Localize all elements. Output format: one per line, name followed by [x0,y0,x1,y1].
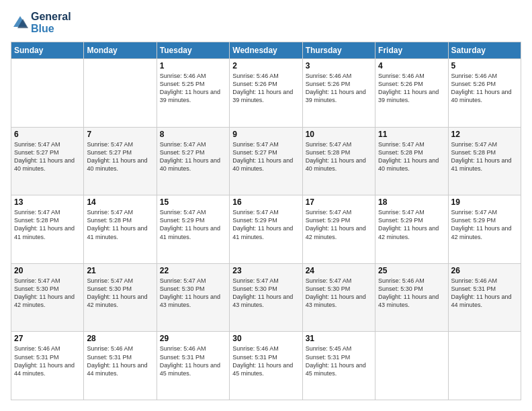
day-number: 6 [14,130,81,139]
day-number: 29 [160,334,226,343]
day-number: 20 [14,266,81,275]
calendar-cell: 17Sunrise: 5:47 AM Sunset: 5:29 PM Dayli… [302,195,375,264]
calendar-cell [11,59,84,128]
calendar-cell: 13Sunrise: 5:47 AM Sunset: 5:28 PM Dayli… [11,195,84,264]
calendar-cell: 11Sunrise: 5:47 AM Sunset: 5:28 PM Dayli… [375,127,448,195]
calendar-cell: 4Sunrise: 5:46 AM Sunset: 5:26 PM Daylig… [375,59,448,128]
calendar-cell: 31Sunrise: 5:45 AM Sunset: 5:31 PM Dayli… [302,332,375,400]
day-number: 4 [378,61,445,71]
day-info: Sunrise: 5:47 AM Sunset: 5:30 PM Dayligh… [232,277,299,310]
day-number: 25 [378,266,445,275]
calendar-week-row: 1Sunrise: 5:46 AM Sunset: 5:25 PM Daylig… [11,59,521,128]
col-header-wednesday: Wednesday [230,42,302,59]
calendar-cell: 15Sunrise: 5:47 AM Sunset: 5:29 PM Dayli… [157,195,229,264]
calendar-cell [84,59,157,128]
day-info: Sunrise: 5:47 AM Sunset: 5:30 PM Dayligh… [87,277,153,310]
day-info: Sunrise: 5:46 AM Sunset: 5:26 PM Dayligh… [306,72,372,105]
day-number: 3 [306,61,372,71]
day-number: 16 [232,197,299,207]
day-info: Sunrise: 5:46 AM Sunset: 5:31 PM Dayligh… [87,345,153,377]
day-info: Sunrise: 5:46 AM Sunset: 5:26 PM Dayligh… [232,72,299,105]
day-info: Sunrise: 5:46 AM Sunset: 5:26 PM Dayligh… [378,72,445,105]
day-number: 19 [451,197,518,207]
day-info: Sunrise: 5:47 AM Sunset: 5:27 PM Dayligh… [160,140,226,173]
calendar-cell: 5Sunrise: 5:46 AM Sunset: 5:26 PM Daylig… [448,59,521,128]
calendar-cell: 9Sunrise: 5:47 AM Sunset: 5:27 PM Daylig… [230,127,302,195]
calendar-cell: 26Sunrise: 5:46 AM Sunset: 5:31 PM Dayli… [448,263,521,332]
calendar-cell: 18Sunrise: 5:47 AM Sunset: 5:29 PM Dayli… [375,195,448,264]
calendar-cell: 7Sunrise: 5:47 AM Sunset: 5:27 PM Daylig… [84,127,157,195]
day-info: Sunrise: 5:47 AM Sunset: 5:29 PM Dayligh… [160,208,226,241]
day-number: 24 [306,266,372,275]
calendar-cell: 20Sunrise: 5:47 AM Sunset: 5:30 PM Dayli… [11,263,84,332]
calendar-cell: 30Sunrise: 5:46 AM Sunset: 5:31 PM Dayli… [230,332,302,400]
calendar-table: SundayMondayTuesdayWednesdayThursdayFrid… [11,42,521,400]
day-info: Sunrise: 5:47 AM Sunset: 5:27 PM Dayligh… [14,140,81,173]
day-number: 18 [378,197,445,207]
col-header-sunday: Sunday [11,42,84,59]
day-info: Sunrise: 5:47 AM Sunset: 5:28 PM Dayligh… [378,140,445,173]
calendar-cell: 19Sunrise: 5:47 AM Sunset: 5:29 PM Dayli… [448,195,521,264]
day-info: Sunrise: 5:47 AM Sunset: 5:29 PM Dayligh… [232,208,299,241]
day-info: Sunrise: 5:47 AM Sunset: 5:29 PM Dayligh… [306,208,372,241]
calendar-cell: 3Sunrise: 5:46 AM Sunset: 5:26 PM Daylig… [302,59,375,128]
calendar-cell [448,332,521,400]
day-info: Sunrise: 5:46 AM Sunset: 5:30 PM Dayligh… [378,277,445,310]
calendar-cell: 27Sunrise: 5:46 AM Sunset: 5:31 PM Dayli… [11,332,84,400]
day-number: 13 [14,197,81,207]
day-number: 11 [378,130,445,139]
day-number: 22 [160,266,226,275]
day-info: Sunrise: 5:47 AM Sunset: 5:27 PM Dayligh… [232,140,299,173]
day-info: Sunrise: 5:47 AM Sunset: 5:28 PM Dayligh… [87,208,153,241]
day-info: Sunrise: 5:46 AM Sunset: 5:31 PM Dayligh… [232,345,299,377]
day-info: Sunrise: 5:46 AM Sunset: 5:25 PM Dayligh… [160,72,226,105]
day-info: Sunrise: 5:47 AM Sunset: 5:29 PM Dayligh… [378,208,445,241]
day-number: 21 [87,266,153,275]
day-number: 27 [14,334,81,343]
col-header-saturday: Saturday [448,42,521,59]
calendar-header-row: SundayMondayTuesdayWednesdayThursdayFrid… [11,42,521,59]
col-header-thursday: Thursday [302,42,375,59]
day-info: Sunrise: 5:45 AM Sunset: 5:31 PM Dayligh… [306,345,372,377]
day-info: Sunrise: 5:46 AM Sunset: 5:31 PM Dayligh… [451,277,518,310]
day-info: Sunrise: 5:47 AM Sunset: 5:29 PM Dayligh… [451,208,518,241]
day-number: 9 [232,130,299,139]
day-info: Sunrise: 5:47 AM Sunset: 5:30 PM Dayligh… [306,277,372,310]
calendar-cell: 14Sunrise: 5:47 AM Sunset: 5:28 PM Dayli… [84,195,157,264]
day-number: 12 [451,130,518,139]
day-info: Sunrise: 5:47 AM Sunset: 5:28 PM Dayligh… [306,140,372,173]
day-info: Sunrise: 5:47 AM Sunset: 5:28 PM Dayligh… [14,208,81,241]
calendar-cell: 12Sunrise: 5:47 AM Sunset: 5:28 PM Dayli… [448,127,521,195]
header: General Blue [11,11,521,35]
col-header-friday: Friday [375,42,448,59]
calendar-cell: 21Sunrise: 5:47 AM Sunset: 5:30 PM Dayli… [84,263,157,332]
day-number: 26 [451,266,518,275]
calendar-cell: 28Sunrise: 5:46 AM Sunset: 5:31 PM Dayli… [84,332,157,400]
calendar-week-row: 20Sunrise: 5:47 AM Sunset: 5:30 PM Dayli… [11,263,521,332]
day-info: Sunrise: 5:47 AM Sunset: 5:28 PM Dayligh… [451,140,518,173]
day-number: 1 [160,61,226,71]
day-number: 31 [306,334,372,343]
day-number: 17 [306,197,372,207]
page: General Blue SundayMondayTuesdayWednesda… [0,0,532,411]
logo-text: General Blue [31,11,71,35]
day-number: 23 [232,266,299,275]
col-header-monday: Monday [84,42,157,59]
day-info: Sunrise: 5:47 AM Sunset: 5:30 PM Dayligh… [14,277,81,310]
calendar-cell: 8Sunrise: 5:47 AM Sunset: 5:27 PM Daylig… [157,127,229,195]
day-number: 15 [160,197,226,207]
calendar-week-row: 6Sunrise: 5:47 AM Sunset: 5:27 PM Daylig… [11,127,521,195]
day-info: Sunrise: 5:47 AM Sunset: 5:30 PM Dayligh… [160,277,226,310]
day-info: Sunrise: 5:46 AM Sunset: 5:26 PM Dayligh… [451,72,518,105]
day-info: Sunrise: 5:46 AM Sunset: 5:31 PM Dayligh… [160,345,226,377]
calendar-cell: 25Sunrise: 5:46 AM Sunset: 5:30 PM Dayli… [375,263,448,332]
calendar-cell: 6Sunrise: 5:47 AM Sunset: 5:27 PM Daylig… [11,127,84,195]
day-number: 14 [87,197,153,207]
day-info: Sunrise: 5:47 AM Sunset: 5:27 PM Dayligh… [87,140,153,173]
calendar-cell: 22Sunrise: 5:47 AM Sunset: 5:30 PM Dayli… [157,263,229,332]
day-number: 8 [160,130,226,139]
day-info: Sunrise: 5:46 AM Sunset: 5:31 PM Dayligh… [14,345,81,377]
logo: General Blue [11,11,71,35]
calendar-cell: 24Sunrise: 5:47 AM Sunset: 5:30 PM Dayli… [302,263,375,332]
calendar-cell: 23Sunrise: 5:47 AM Sunset: 5:30 PM Dayli… [230,263,302,332]
